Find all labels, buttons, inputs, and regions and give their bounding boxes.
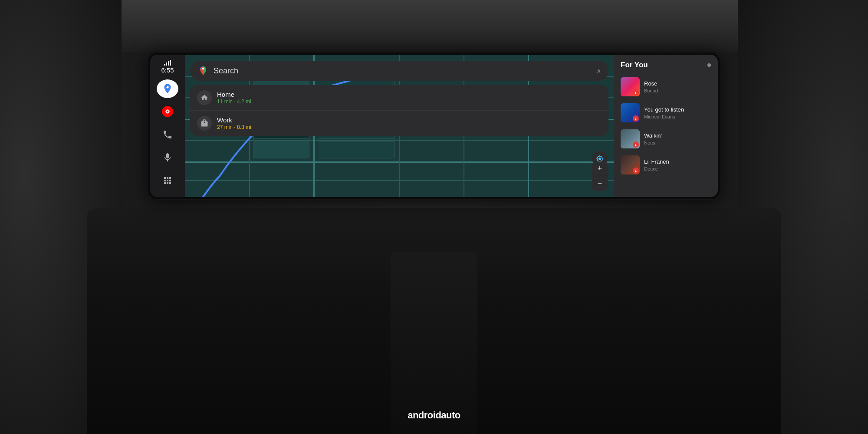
album-art-1: ▶ <box>621 77 640 96</box>
music-artist-4: Deuce <box>644 166 711 171</box>
suggestions-dropdown: Home 11 min · 4.2 mi Work 27 min · 8.3 m… <box>190 85 608 136</box>
play-icon-1: ▶ <box>633 89 639 95</box>
music-info-3: Walkin' Neus <box>644 132 711 145</box>
album-art-2: ▶ <box>621 103 640 122</box>
brand-text-regular: android <box>408 410 441 421</box>
search-text: Search <box>214 66 596 76</box>
play-icon-3: ▶ <box>633 141 639 148</box>
screen: 6:55 <box>150 55 718 197</box>
apps-grid-icon <box>162 175 173 186</box>
for-you-panel: For You ▶ Rose Bonod ▶ <box>614 55 718 197</box>
microphone-icon <box>162 152 173 163</box>
sidebar: 6:55 <box>150 55 185 197</box>
work-info: Work 27 min · 8.3 mi <box>217 116 602 130</box>
play-icon-4: ▶ <box>633 168 639 174</box>
home-name: Home <box>217 91 602 98</box>
signal-bar-4 <box>170 60 171 66</box>
music-title-3: Walkin' <box>644 132 711 140</box>
youtube-music-icon <box>161 105 174 118</box>
album-art-4: ▶ <box>621 155 640 174</box>
sidebar-item-apps[interactable] <box>157 171 178 190</box>
maps-search-icon <box>197 65 209 77</box>
home-icon <box>197 90 212 105</box>
music-artist-3: Neus <box>644 140 711 145</box>
maps-section: Search ∧ Home 11 min · 4.2 mi <box>185 55 614 197</box>
music-item-2[interactable]: ▶ You got to listen Micheal Evans <box>614 100 718 126</box>
zoom-in-button[interactable]: + <box>592 161 608 176</box>
maps-icon <box>162 83 173 94</box>
car-interior: androidauto 6:55 <box>0 0 868 434</box>
screen-bezel: 6:55 <box>148 52 720 200</box>
sidebar-item-youtube-music[interactable] <box>157 102 178 121</box>
map-block <box>253 141 309 158</box>
for-you-dot <box>707 63 711 67</box>
music-title-4: Lil Franen <box>644 158 711 166</box>
sidebar-item-phone[interactable] <box>157 125 178 144</box>
search-bar[interactable]: Search ∧ <box>190 61 608 81</box>
map-block <box>318 141 395 158</box>
work-icon <box>197 116 212 131</box>
svg-point-2 <box>167 111 169 113</box>
center-console: androidauto <box>87 208 781 434</box>
suggestion-work[interactable]: Work 27 min · 8.3 mi <box>190 111 608 136</box>
signal-bars <box>164 60 171 66</box>
music-item-3[interactable]: ▶ Walkin' Neus <box>614 126 718 152</box>
album-art-3: ▶ <box>621 129 640 148</box>
music-artist-1: Bonod <box>644 88 711 93</box>
signal-bar-1 <box>164 64 165 66</box>
suggestion-home[interactable]: Home 11 min · 4.2 mi <box>190 85 608 111</box>
music-title-2: You got to listen <box>644 106 711 114</box>
zoom-out-button[interactable]: − <box>592 176 608 191</box>
music-artist-2: Micheal Evans <box>644 114 711 119</box>
home-info: Home 11 min · 4.2 mi <box>217 91 602 105</box>
phone-device: androidauto <box>391 252 477 434</box>
clock: 6:55 <box>161 66 174 74</box>
zoom-controls: + − <box>592 161 608 191</box>
signal-bar-2 <box>166 62 167 66</box>
for-you-title: For You <box>621 61 648 69</box>
music-item-4[interactable]: ▶ Lil Franen Deuce <box>614 152 718 178</box>
brand-text-bold: auto <box>441 410 460 421</box>
play-icon-2: ▶ <box>633 115 639 122</box>
music-item-1[interactable]: ▶ Rose Bonod <box>614 74 718 100</box>
sidebar-item-assistant[interactable] <box>157 148 178 167</box>
time-display: 6:55 <box>161 60 174 74</box>
for-you-header: For You <box>614 61 718 74</box>
chevron-up-icon: ∧ <box>596 67 602 75</box>
home-detail: 11 min · 4.2 mi <box>217 99 602 105</box>
music-info-4: Lil Franen Deuce <box>644 158 711 171</box>
music-info-2: You got to listen Micheal Evans <box>644 106 711 119</box>
music-title-1: Rose <box>644 80 711 88</box>
work-name: Work <box>217 116 602 124</box>
brand-logo: androidauto <box>408 410 460 421</box>
work-detail: 27 min · 8.3 mi <box>217 124 602 130</box>
phone-icon <box>162 129 173 140</box>
sidebar-item-maps[interactable] <box>157 79 178 98</box>
music-info-1: Rose Bonod <box>644 80 711 93</box>
signal-bar-3 <box>168 61 169 66</box>
